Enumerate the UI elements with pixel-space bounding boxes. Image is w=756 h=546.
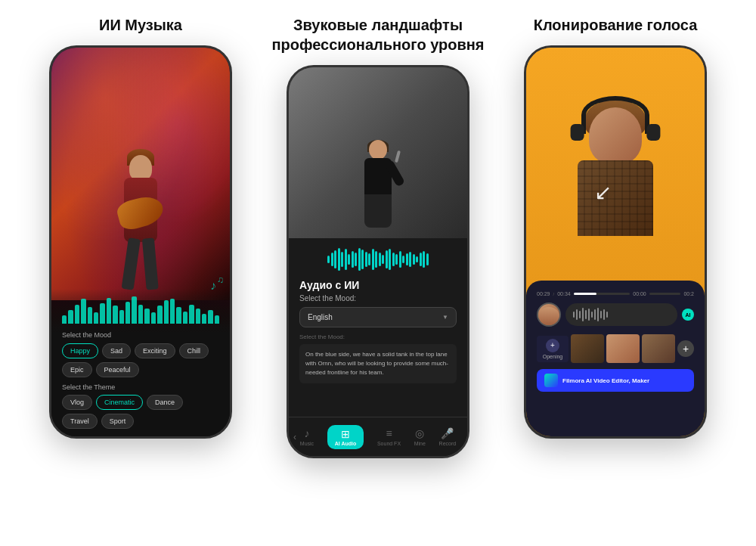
singer-head <box>369 140 387 160</box>
wave-bar <box>88 307 92 324</box>
opening-label: Opening <box>543 354 562 359</box>
p2-wave-bar <box>413 254 415 265</box>
mood-btn-sad[interactable]: Sad <box>102 343 131 358</box>
phone-1: ♪ ♫ <box>49 45 232 439</box>
timeline-separator: / <box>553 292 555 296</box>
thumbnail-opening: + Opening <box>537 336 569 362</box>
column-1-title: ИИ Музыка <box>99 15 182 35</box>
headphones-person-figure <box>555 92 676 289</box>
theme-buttons-row2: Travel Sport <box>62 414 219 429</box>
pill-bar <box>573 312 575 318</box>
nav-item-music[interactable]: ♪ Music <box>300 427 314 446</box>
thumbnail-img-1 <box>571 334 604 363</box>
add-thumbnail-button[interactable]: + <box>677 340 694 357</box>
p2-wave-bar <box>355 253 357 266</box>
p2-wave-bar <box>352 251 354 268</box>
timeline-time3: 00:2 <box>683 291 694 296</box>
pill-bar <box>582 308 584 321</box>
mood-label: Select the Mood <box>62 331 219 339</box>
mood-buttons: Happy Sad Exciting Chill Epic Peaceful <box>62 343 219 377</box>
wave-bar <box>94 312 98 323</box>
nav-item-record[interactable]: 🎤 Record <box>439 427 457 446</box>
guitarist-head <box>129 155 152 181</box>
wave-bar <box>183 312 187 324</box>
mood-btn-exciting[interactable]: Exciting <box>135 343 175 358</box>
pill-bar <box>591 312 593 318</box>
p2-wave-bar <box>386 250 388 268</box>
mood-btn-epic[interactable]: Epic <box>62 362 92 377</box>
p2-wave-bar <box>423 251 425 268</box>
wave-bar <box>75 305 79 324</box>
wave-bar <box>144 309 149 324</box>
wave-bar <box>125 302 130 324</box>
avatar-circle <box>537 302 561 327</box>
theme-btn-vlog[interactable]: Vlog <box>62 395 92 410</box>
p2-wave-bar <box>358 248 361 271</box>
timeline-total: 00:34 <box>557 291 571 296</box>
pill-bar <box>603 309 605 320</box>
theme-label: Select the Theme <box>62 383 219 391</box>
timeline-time2: 00:00 <box>633 291 646 296</box>
filmora-badge: Filmora AI Video Editor, Maker <box>537 369 694 392</box>
wave-bar <box>208 310 212 324</box>
p2-wave-bar <box>416 256 418 262</box>
hp-jacket <box>578 160 653 236</box>
concert-image-1: ♪ ♫ <box>51 48 230 300</box>
timeline-track <box>574 293 631 295</box>
theme-btn-travel[interactable]: Travel <box>62 414 98 429</box>
wave-bar <box>151 312 156 323</box>
timeline-track-2 <box>649 293 681 295</box>
p2-wave-bar <box>331 253 333 266</box>
sound-fx-nav-icon: ≡ <box>386 427 392 439</box>
phone2-nav: ‹ ♪ Music ⊞ AI Audio ≡ Sound FX ◎ <box>289 417 467 456</box>
p2-wave-bar <box>365 252 367 267</box>
guitarist-leg-right <box>142 238 159 290</box>
wave-bar <box>170 299 175 323</box>
p2-wave-bar <box>361 250 364 269</box>
pill-bar <box>594 309 596 320</box>
p2-wave-bar <box>345 249 347 270</box>
language-dropdown[interactable]: English ▼ <box>299 307 457 327</box>
wave-bar <box>113 306 117 323</box>
nav-item-mine[interactable]: ◎ Mine <box>414 427 426 446</box>
wave-bar <box>189 305 194 324</box>
p2-wave-bar <box>399 251 401 268</box>
theme-btn-sport[interactable]: Sport <box>101 414 135 429</box>
wave-bar <box>196 309 200 324</box>
pill-bar <box>588 309 590 321</box>
phone1-background: ♪ ♫ <box>51 48 230 436</box>
nav-item-sound-fx[interactable]: ≡ Sound FX <box>377 427 401 446</box>
mood-btn-peaceful[interactable]: Peaceful <box>96 362 139 377</box>
theme-btn-dance[interactable]: Dance <box>147 395 183 410</box>
mood-btn-chill[interactable]: Chill <box>179 343 209 358</box>
mood-btn-happy[interactable]: Happy <box>62 343 98 358</box>
p2-wave-bar <box>327 256 330 263</box>
down-arrow-icon: ↙ <box>594 180 612 205</box>
p2-wave-bar <box>348 254 350 265</box>
main-columns: ИИ Музыка ♪ ♫ <box>23 15 733 458</box>
music-nav-icon: ♪ <box>304 427 309 439</box>
theme-btn-cinematic[interactable]: Cinematic <box>96 395 143 410</box>
select-mood-label: Select the Mood: <box>299 294 457 302</box>
phone2-waveform <box>299 247 457 271</box>
language-value: English <box>308 313 333 321</box>
phone-2: Аудио с ИИ Select the Mood: English ▼ Se… <box>287 65 469 458</box>
nav-item-ai-audio[interactable]: ⊞ AI Audio <box>327 425 364 449</box>
p2-wave-bar <box>409 252 411 267</box>
pill-bar <box>597 308 599 321</box>
concert-scene <box>289 67 467 238</box>
column-2: Звуковые ландшафты профессионального уро… <box>268 15 488 458</box>
wave-bar <box>157 306 162 323</box>
p2-wave-bar <box>334 250 336 268</box>
ai-badge: AI <box>682 309 694 321</box>
singer-figure <box>340 140 416 238</box>
waveform-1 <box>62 296 219 324</box>
timeline: 00:29 / 00:34 00:00 00:2 <box>537 291 694 296</box>
theme-buttons: Vlog Cinematic Dance <box>62 395 219 410</box>
guitarist-leg-left <box>122 237 141 290</box>
wave-bar <box>100 303 104 324</box>
nav-chevron-icon[interactable]: ‹ <box>293 432 296 442</box>
wave-bar <box>132 296 136 324</box>
wave-bar <box>119 310 124 324</box>
p2-wave-bar <box>402 256 404 263</box>
